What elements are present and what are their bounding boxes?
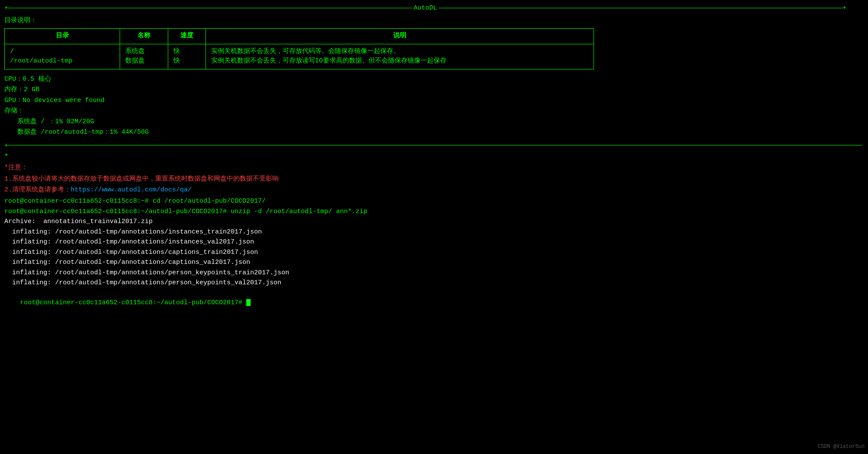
notice-section: *注意： 1.系统盘较小请将大的数据存放于数据盘或网盘中，重置系统时数据盘和网盘…	[4, 163, 864, 195]
cpu-line: CPU：0.5 核心	[4, 75, 864, 85]
watermark: CSDN @ViatorSun	[818, 443, 865, 451]
cpu-value: ：0.5 核心	[16, 76, 51, 83]
col-header-dir: 目录	[5, 29, 120, 44]
notice-line-1: 1.系统盘较小请将大的数据存放于数据盘或网盘中，重置系统时数据盘和网盘中的数据不…	[4, 174, 864, 184]
header-dashes-left	[8, 8, 412, 8]
col-header-desc: 说明	[206, 29, 594, 44]
storage-data-label: 数据盘 /root/autodl-tmp	[17, 128, 103, 136]
storage-data-value: ：1% 44K/50G	[103, 128, 149, 136]
table-header-row: 目录 名称 速度 说明	[5, 29, 594, 44]
table-cell-name: 系统盘 数据盘	[120, 44, 168, 69]
memory-value: 2 GB	[24, 86, 39, 93]
terminal-line-4: inflating: /root/autodl-tmp/annotations/…	[4, 237, 864, 247]
terminal-line-0: root@container-cc0c11a652-c0115cc8:~# cd…	[4, 197, 864, 207]
table-cell-speed: 快 快	[168, 44, 206, 69]
header-bar: +AutoDL+	[4, 3, 864, 13]
directory-section-title: 目录说明：	[4, 16, 864, 26]
storage-label: 存储：	[4, 107, 24, 115]
col-header-speed: 速度	[168, 29, 206, 44]
header-left-plus: +	[4, 4, 8, 12]
table-row: / /root/autodl-tmp 系统盘 数据盘 快 快 实例关机数据不会丢…	[5, 44, 594, 69]
col-header-name: 名称	[120, 29, 168, 44]
directory-table: 目录 名称 速度 说明 / /root/autodl-tmp 系统盘 数据盘 快…	[4, 28, 594, 69]
terminal-line-8: inflating: /root/autodl-tmp/annotations/…	[4, 278, 864, 288]
terminal-cursor	[246, 299, 251, 306]
divider-left-plus: +	[4, 142, 8, 149]
sys-info-section: CPU：0.5 核心 内存：2 GB GPU：No devices were f…	[4, 75, 864, 138]
divider-right-plus: +	[4, 151, 8, 159]
terminal-section: root@container-cc0c11a652-c0115cc8:~# cd…	[4, 197, 864, 318]
gpu-line: GPU：No devices were found	[4, 96, 864, 106]
memory-label: 内存：	[4, 86, 24, 93]
storage-sys-label: 系统盘 /	[17, 118, 45, 125]
notice-line-2: 2.清理系统盘请参考：https://www.autodl.com/docs/q…	[4, 185, 864, 195]
storage-data-line: 数据盘 /root/autodl-tmp：1% 44K/50G	[4, 128, 864, 138]
notice-text-2: 2.清理系统盘请参考：	[4, 186, 71, 194]
table-cell-dir: / /root/autodl-tmp	[5, 44, 120, 69]
terminal-line-6: inflating: /root/autodl-tmp/annotations/…	[4, 258, 864, 268]
divider-line-inner	[8, 145, 862, 145]
storage-sys-spaces	[45, 118, 49, 125]
terminal-line-1: root@container-cc0c11a652-c0115cc8:~/aut…	[4, 207, 864, 217]
table-cell-desc: 实例关机数据不会丢失，可存放代码等。会随保存镜像一起保存。实例关机数据不会丢失，…	[206, 44, 594, 69]
notice-text-1: 1.系统盘较小请将大的数据存放于数据盘或网盘中，重置系统时数据盘和网盘中的数据不…	[4, 175, 279, 183]
notice-title: *注意：	[4, 163, 864, 173]
memory-line: 内存：2 GB	[4, 85, 864, 95]
header-dashes-right	[439, 8, 842, 8]
header-title: AutoDL	[412, 4, 439, 12]
terminal-line-9: root@container-cc0c11a652-c0115cc8:~/aut…	[4, 289, 864, 318]
storage-label-line: 存储：	[4, 106, 864, 116]
terminal-line-3: inflating: /root/autodl-tmp/annotations/…	[4, 227, 864, 237]
storage-sys-line: 系统盘 / ：1% 82M/20G	[4, 117, 864, 127]
divider-1: ++	[4, 141, 864, 161]
terminal-line-2: Archive: annotations_trainval2017.zip	[4, 217, 864, 227]
cpu-label: CPU	[4, 76, 16, 83]
header-right-plus: +	[842, 4, 846, 12]
terminal-line-5: inflating: /root/autodl-tmp/annotations/…	[4, 248, 864, 258]
terminal-prompt-last: root@container-cc0c11a652-c0115cc8:~/aut…	[20, 299, 246, 306]
notice-link[interactable]: https://www.autodl.com/docs/qa/	[71, 186, 192, 194]
terminal-line-7: inflating: /root/autodl-tmp/annotations/…	[4, 268, 864, 278]
gpu-label: GPU	[4, 97, 16, 104]
gpu-value: ：No devices were found	[16, 97, 104, 104]
storage-sys-value: ：1% 82M/20G	[49, 118, 94, 125]
